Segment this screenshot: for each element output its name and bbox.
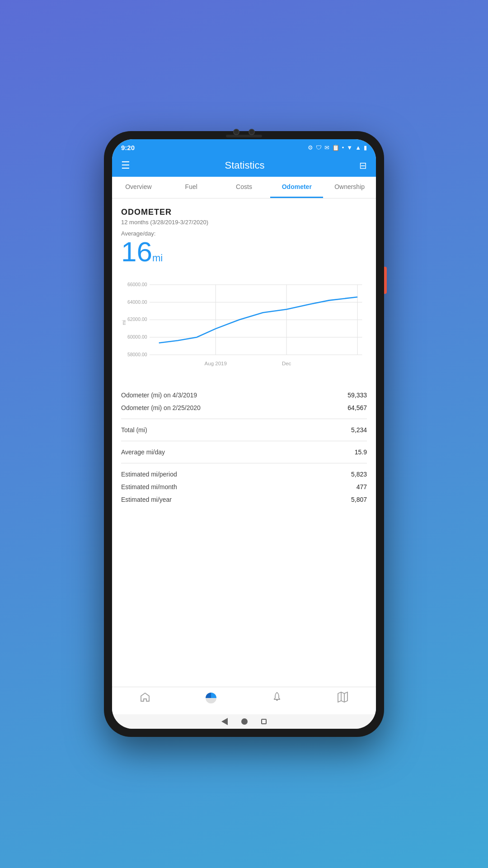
svg-text:66000.00: 66000.00 <box>127 282 147 287</box>
odometer-chart: 66000.00 64000.00 62000.00 60000.00 5800… <box>121 273 367 382</box>
svg-marker-19 <box>338 692 347 702</box>
stat-row-2: Odometer (mi) on 2/25/2020 64,567 <box>121 401 367 414</box>
divider-2 <box>121 441 367 441</box>
tab-bar: Overview Fuel Costs Odometer Ownership <box>112 177 376 198</box>
camera-area <box>233 129 255 135</box>
svg-text:62000.00: 62000.00 <box>127 317 147 322</box>
chart-svg: 66000.00 64000.00 62000.00 60000.00 5800… <box>121 273 367 382</box>
shield-icon: 🛡 <box>316 144 322 151</box>
avg-label: Average/day: <box>121 230 367 237</box>
svg-text:58000.00: 58000.00 <box>127 352 147 357</box>
stat-row-est-year: Estimated mi/year 5,807 <box>121 493 367 506</box>
svg-text:64000.00: 64000.00 <box>127 300 147 305</box>
settings-icon: ⚙ <box>308 144 313 151</box>
tab-ownership[interactable]: Ownership <box>323 177 376 198</box>
chart-icon <box>205 692 217 707</box>
bell-icon <box>272 692 282 705</box>
stat-row-avg: Average mi/day 15.9 <box>121 446 367 458</box>
nav-alerts[interactable] <box>244 692 310 707</box>
divider-3 <box>121 463 367 463</box>
avg-value: 16mi <box>121 238 367 266</box>
system-nav-bar <box>112 714 376 729</box>
svg-text:60000.00: 60000.00 <box>127 335 147 340</box>
camera-dot-left <box>233 129 239 135</box>
tab-overview[interactable]: Overview <box>112 177 165 198</box>
map-icon <box>338 692 348 705</box>
period-label: 12 months (3/28/2019-3/27/2020) <box>121 219 367 226</box>
stat-row-1: Odometer (mi) on 4/3/2019 59,333 <box>121 389 367 401</box>
main-content: ODOMETER 12 months (3/28/2019-3/27/2020)… <box>112 198 376 687</box>
battery-icon: ▮ <box>364 144 367 151</box>
stats-table: Odometer (mi) on 4/3/2019 59,333 Odomete… <box>121 389 367 506</box>
tab-costs[interactable]: Costs <box>218 177 271 198</box>
home-icon <box>140 692 150 705</box>
stat-row-total: Total (mi) 5,234 <box>121 424 367 436</box>
divider-1 <box>121 419 367 419</box>
gmail-icon: ✉ <box>324 144 329 151</box>
svg-text:Aug 2019: Aug 2019 <box>205 361 227 366</box>
hamburger-button[interactable]: ☰ <box>121 160 130 171</box>
section-title: ODOMETER <box>121 208 367 217</box>
svg-text:Dec: Dec <box>282 361 291 366</box>
status-icons: ⚙ 🛡 ✉ 📋 • ▼ ▲ ▮ <box>308 144 367 151</box>
phone-frame: 9:20 ⚙ 🛡 ✉ 📋 • ▼ ▲ ▮ ☰ Statistics ⊟ Over… <box>104 131 384 737</box>
nav-map[interactable] <box>310 692 376 707</box>
status-time: 9:20 <box>121 144 135 151</box>
wifi-icon: ▼ <box>347 144 352 151</box>
app-bar: ☰ Statistics ⊟ <box>112 154 376 177</box>
tab-fuel[interactable]: Fuel <box>165 177 218 198</box>
stat-row-est-month: Estimated mi/month 477 <box>121 481 367 493</box>
status-bar: 9:20 ⚙ 🛡 ✉ 📋 • ▼ ▲ ▮ <box>112 139 376 154</box>
phone-screen: 9:20 ⚙ 🛡 ✉ 📋 • ▼ ▲ ▮ ☰ Statistics ⊟ Over… <box>112 139 376 729</box>
stat-row-est-period: Estimated mi/period 5,823 <box>121 468 367 481</box>
back-button[interactable] <box>221 718 228 725</box>
home-button[interactable] <box>241 718 248 725</box>
svg-text:mi: mi <box>122 320 127 325</box>
nav-home[interactable] <box>112 692 178 707</box>
recents-button[interactable] <box>261 719 267 724</box>
clipboard-icon: 📋 <box>332 144 339 151</box>
app-title: Statistics <box>225 160 264 171</box>
nav-stats[interactable] <box>178 692 244 707</box>
bottom-nav <box>112 687 376 714</box>
tab-odometer[interactable]: Odometer <box>270 177 323 198</box>
filter-button[interactable]: ⊟ <box>359 160 367 171</box>
camera-dot-right <box>249 129 255 135</box>
side-button <box>384 267 387 294</box>
signal-icon: ▲ <box>355 144 361 151</box>
dot-icon: • <box>342 144 344 151</box>
